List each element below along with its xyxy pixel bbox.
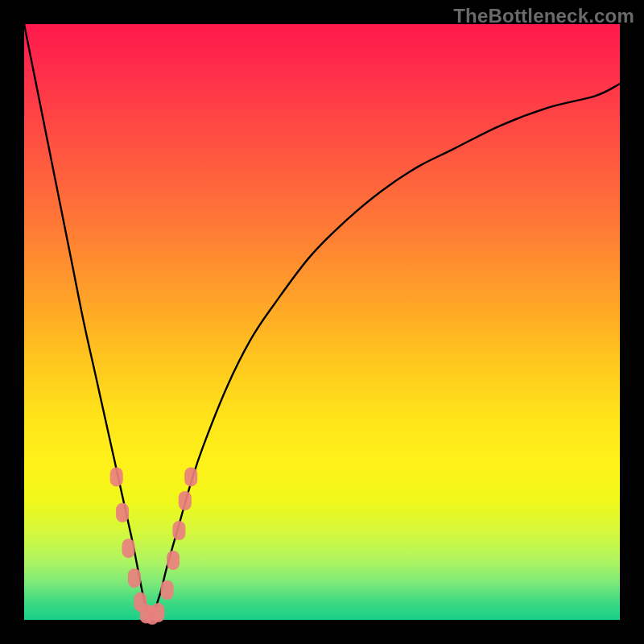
curve-marker — [167, 551, 180, 570]
curve-marker — [110, 467, 123, 486]
curve-marker — [161, 580, 174, 600]
curve-marker — [152, 603, 165, 622]
curve-marker — [128, 568, 141, 588]
chart-frame: TheBottleneck.com — [0, 0, 644, 644]
curve-marker — [184, 467, 197, 486]
plot-area — [24, 24, 620, 620]
curve-marker — [179, 491, 192, 510]
bottleneck-curve — [24, 24, 620, 614]
curve-markers — [110, 467, 198, 625]
curve-marker — [122, 539, 135, 558]
curve-marker — [172, 521, 185, 540]
curve-marker — [116, 503, 129, 522]
curve-svg — [24, 24, 620, 620]
